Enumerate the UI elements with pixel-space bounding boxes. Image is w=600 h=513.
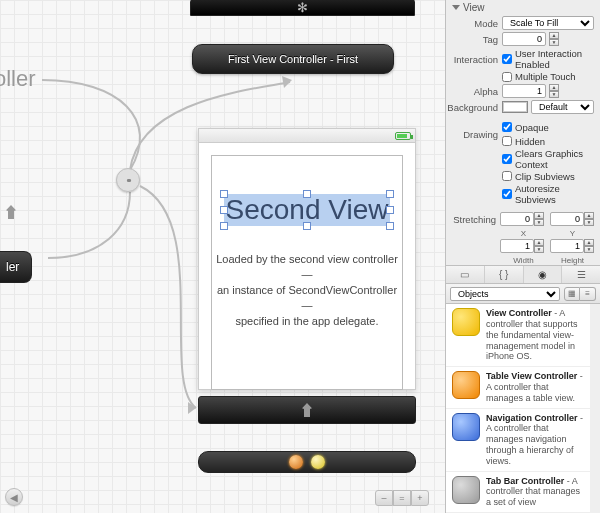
drawing-label: Drawing bbox=[446, 129, 502, 140]
tab-bar-controller-icon bbox=[452, 476, 480, 504]
library-item[interactable]: Navigation Controller - A controller tha… bbox=[446, 409, 590, 472]
tag-stepper[interactable]: ▲▼ bbox=[549, 32, 559, 46]
cutoff-label-oller: oller bbox=[0, 66, 36, 92]
topbar-fragment: ✻ bbox=[190, 0, 415, 16]
mode-label: Mode bbox=[446, 18, 502, 29]
multiple-touch-checkbox[interactable] bbox=[502, 72, 512, 82]
library-item[interactable]: View Controller - A controller that supp… bbox=[446, 304, 590, 367]
library-tab-file[interactable]: ▭ bbox=[446, 266, 485, 283]
background-select[interactable]: Default bbox=[531, 100, 594, 114]
library-scrollbar[interactable] bbox=[590, 304, 600, 513]
stretch-x-field[interactable] bbox=[500, 212, 534, 226]
stretching-label: Stretching bbox=[446, 214, 500, 225]
section-header-view[interactable]: View bbox=[446, 0, 600, 15]
background-colorwell[interactable] bbox=[502, 101, 528, 113]
interaction-label: Interaction bbox=[446, 54, 502, 65]
library-tab-object[interactable]: ◉ bbox=[524, 266, 563, 283]
attributes-inspector: View Mode Scale To Fill Tag ▲▼ Interacti… bbox=[445, 0, 600, 513]
svg-marker-0 bbox=[188, 402, 196, 414]
first-responder-icon[interactable] bbox=[289, 455, 303, 469]
tag-label: Tag bbox=[446, 34, 502, 45]
clip-subviews-checkbox[interactable] bbox=[502, 171, 512, 181]
tab-item-icon[interactable] bbox=[302, 403, 312, 417]
stretch-y-stepper[interactable]: ▲▼ bbox=[584, 212, 594, 226]
segue-node[interactable]: •• bbox=[116, 168, 140, 192]
zoom-controls: – = + bbox=[375, 490, 429, 506]
autoresize-checkbox[interactable] bbox=[502, 189, 512, 199]
library-tab-code[interactable]: { } bbox=[485, 266, 524, 283]
library-tab-media[interactable]: ☰ bbox=[562, 266, 600, 283]
library-filter-select[interactable]: Objects bbox=[450, 287, 560, 301]
stretch-h-stepper[interactable]: ▲▼ bbox=[584, 239, 594, 253]
cutoff-button-ler[interactable]: ler bbox=[0, 251, 32, 283]
first-vc-title: First View Controller - First bbox=[228, 53, 358, 65]
battery-icon bbox=[395, 132, 411, 140]
stretch-x-stepper[interactable]: ▲▼ bbox=[534, 212, 544, 226]
library-view-list[interactable]: ≡ bbox=[580, 287, 596, 301]
canvas-nav-left[interactable]: ◀ bbox=[5, 488, 23, 506]
hidden-checkbox[interactable] bbox=[502, 136, 512, 146]
zoom-in-button[interactable]: + bbox=[411, 490, 429, 506]
table-view-controller-icon bbox=[452, 371, 480, 399]
background-label: Background bbox=[446, 102, 502, 113]
tab-bar[interactable] bbox=[198, 396, 416, 424]
stretch-y-field[interactable] bbox=[550, 212, 584, 226]
storyboard-canvas[interactable]: ✻ First View Controller - First oller le… bbox=[0, 0, 445, 513]
view-controller-icon[interactable] bbox=[311, 455, 325, 469]
stretch-w-field[interactable] bbox=[500, 239, 534, 253]
alpha-label: Alpha bbox=[446, 86, 502, 97]
second-view-heading[interactable]: Second View bbox=[224, 194, 391, 226]
first-vc-titlebar[interactable]: First View Controller - First bbox=[192, 44, 394, 74]
disclosure-triangle-icon[interactable] bbox=[452, 5, 460, 10]
library-view-grid[interactable]: ▦ bbox=[564, 287, 580, 301]
zoom-out-button[interactable]: – bbox=[375, 490, 393, 506]
library-item[interactable]: Tab Bar Controller - A controller that m… bbox=[446, 472, 590, 513]
library-tabs: ▭ { } ◉ ☰ bbox=[446, 266, 600, 284]
status-bar bbox=[199, 129, 415, 143]
library-item[interactable]: Table View Controller - A controller tha… bbox=[446, 367, 590, 408]
navigation-controller-icon bbox=[452, 413, 480, 441]
stretch-w-stepper[interactable]: ▲▼ bbox=[534, 239, 544, 253]
alpha-field[interactable] bbox=[502, 84, 546, 98]
stretch-h-field[interactable] bbox=[550, 239, 584, 253]
mode-select[interactable]: Scale To Fill bbox=[502, 16, 594, 30]
zoom-fit-button[interactable]: = bbox=[393, 490, 411, 506]
library-list[interactable]: View Controller - A controller that supp… bbox=[446, 304, 590, 513]
second-view-description[interactable]: Loaded by the second view controller — a… bbox=[212, 252, 402, 329]
pin-marker-left bbox=[6, 205, 16, 223]
tag-field[interactable] bbox=[502, 32, 546, 46]
alpha-stepper[interactable]: ▲▼ bbox=[549, 84, 559, 98]
view-content[interactable]: Second View Loaded by the second view co… bbox=[211, 155, 403, 390]
opaque-checkbox[interactable] bbox=[502, 122, 512, 132]
user-interaction-checkbox[interactable] bbox=[502, 54, 512, 64]
scene-dock[interactable] bbox=[198, 451, 416, 473]
clears-gc-checkbox[interactable] bbox=[502, 154, 512, 164]
object-library: ▭ { } ◉ ☰ Objects ▦ ≡ View Controller - … bbox=[446, 265, 600, 513]
view-controller-icon bbox=[452, 308, 480, 336]
svg-marker-1 bbox=[282, 76, 292, 88]
second-view-scene[interactable]: Second View Loaded by the second view co… bbox=[198, 128, 416, 390]
